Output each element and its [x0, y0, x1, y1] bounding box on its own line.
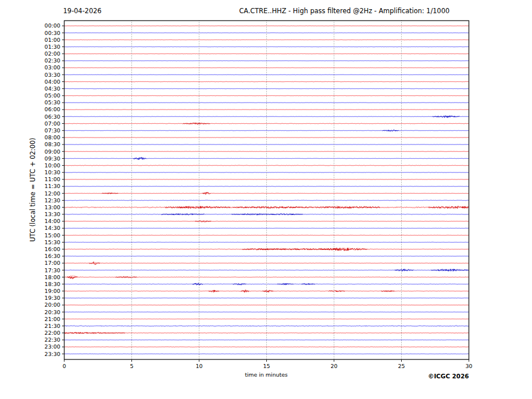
- y-tick-label: 19:00: [45, 288, 60, 294]
- seismic-event: [67, 276, 77, 279]
- y-tick-label: 09:30: [45, 155, 60, 162]
- trace-row-14:30: [64, 228, 469, 229]
- y-tick-label: 00:00: [45, 22, 60, 29]
- trace-row-22:30: [64, 339, 469, 340]
- trace-row-21:00: [64, 319, 469, 319]
- y-tick-label: 02:30: [45, 57, 60, 64]
- x-tick-label: 15: [263, 363, 270, 369]
- y-tick-label: 19:30: [45, 295, 60, 301]
- copyright-text: ©ICGC 2026: [428, 373, 469, 380]
- y-axis-label: UTC (local time = UTC + 02:00): [29, 138, 37, 242]
- helicorder-canvas: 00:0000:3001:0001:3002:0002:3003:0003:30…: [0, 0, 532, 399]
- y-tick-label: 13:00: [45, 204, 60, 210]
- helicorder-figure: 00:0000:3001:0001:3002:0002:3003:0003:30…: [0, 0, 532, 399]
- y-tick-label: 06:30: [45, 114, 60, 120]
- y-tick-label: 04:30: [45, 85, 60, 92]
- y-tick-label: 20:00: [45, 302, 60, 308]
- y-tick-label: 20:30: [45, 309, 60, 315]
- date-title: 19-04-2026: [63, 7, 102, 15]
- y-tick-label: 04:00: [45, 79, 60, 85]
- y-tick-label: 17:30: [45, 267, 60, 273]
- trace-row-05:30: [64, 103, 469, 103]
- y-tick-label: 23:30: [45, 351, 60, 357]
- y-tick-label: 03:00: [45, 64, 60, 71]
- y-tick-label: 10:00: [45, 162, 60, 169]
- trace-row-15:30: [64, 242, 469, 242]
- y-tick-label: 16:30: [45, 253, 60, 259]
- station-title: CA.CTRE..HHZ - High pass filtered @2Hz -…: [239, 7, 450, 15]
- x-tick-label: 10: [196, 363, 203, 369]
- x-axis-label: time in minutes: [245, 371, 288, 378]
- y-tick-label: 02:00: [45, 50, 60, 57]
- trace-row-23:00: [64, 346, 469, 347]
- trace-row-12:00: [64, 192, 469, 194]
- y-tick-label: 11:30: [45, 183, 60, 189]
- y-tick-label: 01:30: [45, 44, 60, 50]
- y-tick-label: 22:30: [45, 337, 60, 343]
- y-tick-label: 05:00: [45, 92, 60, 99]
- y-tick-label: 01:00: [45, 37, 60, 43]
- y-tick-label: 05:30: [45, 99, 60, 105]
- x-tick-label: 20: [331, 363, 337, 369]
- y-tick-label: 13:30: [45, 211, 60, 217]
- y-tick-label: 07:00: [45, 120, 60, 127]
- y-tick-label: 23:00: [45, 343, 60, 350]
- y-tick-label: 10:30: [45, 169, 60, 175]
- y-tick-label: 15:00: [45, 232, 60, 238]
- trace-row-03:30: [64, 75, 469, 75]
- trace-row-06:00: [64, 109, 469, 110]
- trace-row-04:30: [64, 88, 469, 89]
- y-tick-label: 22:00: [45, 330, 60, 336]
- y-tick-label: 08:30: [45, 141, 60, 147]
- x-tick-label: 0: [63, 363, 66, 369]
- y-tick-label: 17:00: [45, 260, 60, 266]
- y-tick-label: 06:00: [45, 106, 60, 112]
- y-tick-label: 14:30: [45, 225, 60, 231]
- y-tick-label: 09:00: [45, 148, 60, 155]
- y-tick-label: 16:00: [45, 246, 60, 252]
- y-tick-label: 07:30: [45, 127, 60, 134]
- y-tick-label: 08:00: [45, 134, 60, 140]
- y-tick-label: 00:30: [45, 30, 60, 36]
- x-tick-label: 30: [465, 363, 472, 369]
- y-tick-label: 21:00: [45, 316, 60, 322]
- y-tick-label: 12:30: [45, 197, 60, 204]
- x-tick-label: 5: [130, 363, 133, 369]
- grid-layer: [132, 21, 402, 359]
- y-tick-label: 03:30: [45, 72, 60, 78]
- y-tick-label: 18:00: [45, 274, 60, 280]
- seismic-event: [381, 291, 394, 292]
- axes-layer: 00:0000:3001:0001:3002:0002:3003:0003:30…: [45, 21, 472, 369]
- y-tick-label: 15:30: [45, 239, 60, 245]
- seismic-event: [429, 206, 469, 209]
- trace-row-23:30: [64, 354, 469, 354]
- x-tick-label: 25: [398, 363, 405, 369]
- trace-row-04:00: [64, 81, 469, 82]
- trace-row-15:00: [64, 235, 469, 236]
- y-tick-label: 21:30: [45, 323, 60, 329]
- trace-row-05:00: [64, 95, 469, 96]
- y-tick-label: 14:00: [45, 218, 60, 224]
- y-tick-label: 12:00: [45, 190, 60, 197]
- y-tick-label: 11:00: [45, 176, 60, 182]
- y-tick-label: 18:30: [45, 281, 60, 287]
